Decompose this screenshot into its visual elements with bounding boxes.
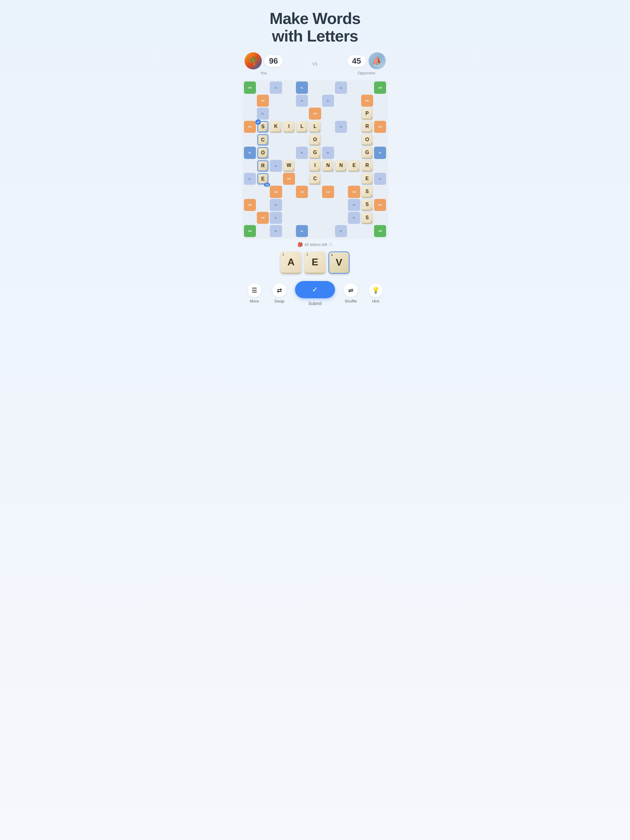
board-cell[interactable]: 2W (270, 186, 282, 198)
hand-tile-v[interactable]: 4 V (329, 251, 350, 274)
board-cell[interactable]: S1 (361, 186, 373, 198)
board-cell[interactable]: 3W (244, 82, 256, 93)
placed-tile[interactable]: K1 (271, 121, 281, 132)
placed-tile[interactable]: L1 (296, 121, 307, 132)
board-cell[interactable]: 3L (270, 160, 282, 172)
board-cell[interactable] (244, 186, 256, 198)
board-cell[interactable] (309, 186, 321, 198)
board-cell[interactable] (257, 82, 269, 93)
board-cell[interactable] (283, 225, 295, 237)
board-cell[interactable]: 14E1 (257, 173, 269, 185)
board-cell[interactable] (283, 212, 295, 224)
board-cell[interactable] (309, 225, 321, 237)
placed-tile[interactable]: O1 (258, 147, 268, 158)
board-cell[interactable]: S1 (361, 212, 373, 224)
board-cell[interactable]: G2 (361, 147, 373, 159)
board-cell[interactable]: C3 (309, 173, 321, 185)
board-cell[interactable] (296, 134, 308, 146)
board-cell[interactable]: 2L (335, 121, 347, 133)
board-cell[interactable]: P4 (361, 107, 373, 120)
board-cell[interactable]: 3L (322, 147, 334, 159)
board-cell[interactable]: C3 (257, 134, 269, 146)
board-cell[interactable] (348, 134, 360, 146)
board-cell[interactable]: 2L (335, 82, 347, 93)
board-cell[interactable] (309, 199, 321, 211)
game-board[interactable]: 3W2L4L2L3W2W3L3L2W2L2WP42WS5K1I1L1L12LR1… (242, 80, 388, 239)
board-cell[interactable] (296, 199, 308, 211)
placed-tile[interactable]: R1 (362, 161, 372, 171)
board-cell[interactable]: 2W (257, 95, 269, 107)
hand-tiles[interactable]: 1 A 1 E 4 V (280, 251, 350, 274)
board-cell[interactable]: 2W (257, 212, 269, 224)
board-cell[interactable]: 3W (244, 225, 256, 237)
more-button[interactable]: ☰ More (245, 283, 264, 303)
placed-tile[interactable]: R1 (362, 121, 372, 132)
board-cell[interactable] (257, 199, 269, 211)
board-cell[interactable]: 2W (348, 186, 360, 198)
placed-tile[interactable]: G2 (309, 147, 320, 158)
board-cell[interactable]: O1 (257, 147, 269, 159)
board-cell[interactable] (348, 121, 360, 133)
board-cell[interactable] (322, 134, 334, 146)
placed-tile[interactable]: E1 (362, 174, 372, 184)
board-cell[interactable] (244, 160, 256, 172)
board-cell[interactable]: E1 (361, 173, 373, 185)
board-cell[interactable] (348, 173, 360, 185)
placed-tile[interactable]: P4 (362, 108, 372, 119)
board-cell[interactable] (374, 212, 386, 224)
board-cell[interactable]: G2 (309, 147, 321, 159)
submit-button[interactable]: ✓ (295, 281, 335, 298)
board-cell[interactable]: 3W (374, 82, 386, 93)
placed-tile[interactable]: N1 (323, 161, 334, 171)
board-cell[interactable]: 2W (361, 95, 373, 107)
board-cell[interactable]: 4L (244, 147, 256, 159)
board-cell[interactable] (374, 95, 386, 107)
board-cell[interactable]: 2L (348, 199, 360, 211)
board-cell[interactable]: 2L (270, 82, 282, 93)
board-cell[interactable]: 3L (296, 147, 308, 159)
board-cell[interactable]: K1 (270, 121, 282, 133)
board-cell[interactable] (322, 82, 334, 93)
shuffle-button[interactable]: ⇌ Shuffle (342, 283, 360, 303)
board-cell[interactable] (309, 95, 321, 107)
board-cell[interactable]: 3L (296, 95, 308, 107)
board-cell[interactable] (335, 95, 347, 107)
board-cell[interactable]: 3L (322, 95, 334, 107)
board-cell[interactable]: 2W (296, 186, 308, 198)
board-cell[interactable] (270, 173, 282, 185)
board-cell[interactable] (270, 95, 282, 107)
board-cell[interactable] (244, 95, 256, 107)
board-container[interactable]: 3W2L4L2L3W2W3L3L2W2L2WP42WS5K1I1L1L12LR1… (242, 80, 388, 239)
hand-tile-a[interactable]: 1 A (280, 251, 301, 274)
board-cell[interactable] (348, 225, 360, 237)
board-cell[interactable]: R1 (361, 160, 373, 172)
placed-tile[interactable]: C3 (309, 174, 320, 184)
board-cell[interactable]: 2L (270, 199, 282, 211)
board-cell[interactable] (348, 147, 360, 159)
board-cell[interactable]: W4 (283, 160, 295, 172)
board-cell[interactable]: 3W (374, 225, 386, 237)
board-cell[interactable]: 2W (244, 199, 256, 211)
board-cell[interactable]: I1 (283, 121, 295, 133)
board-cell[interactable] (244, 107, 256, 120)
board-cell[interactable]: S5 (257, 121, 269, 133)
board-cell[interactable] (374, 107, 386, 120)
hand-tile-e[interactable]: 1 E (304, 251, 326, 274)
hint-button[interactable]: 💡 Hint (366, 283, 385, 303)
board-cell[interactable] (322, 121, 334, 133)
board-cell[interactable] (283, 147, 295, 159)
board-cell[interactable] (374, 160, 386, 172)
board-cell[interactable] (283, 186, 295, 198)
board-cell[interactable]: 3L (270, 212, 282, 224)
swap-button[interactable]: ⇄ Swap (270, 283, 288, 303)
placed-tile[interactable]: O1 (362, 134, 372, 145)
board-cell[interactable] (244, 134, 256, 146)
placed-tile[interactable]: L1 (309, 121, 320, 132)
placed-tile[interactable]: E1 (258, 174, 268, 184)
board-cell[interactable] (283, 95, 295, 107)
board-cell[interactable] (283, 107, 295, 120)
board-cell[interactable] (335, 107, 347, 120)
board-cell[interactable] (296, 107, 308, 120)
board-cell[interactable] (244, 212, 256, 224)
board-cell[interactable] (361, 225, 373, 237)
